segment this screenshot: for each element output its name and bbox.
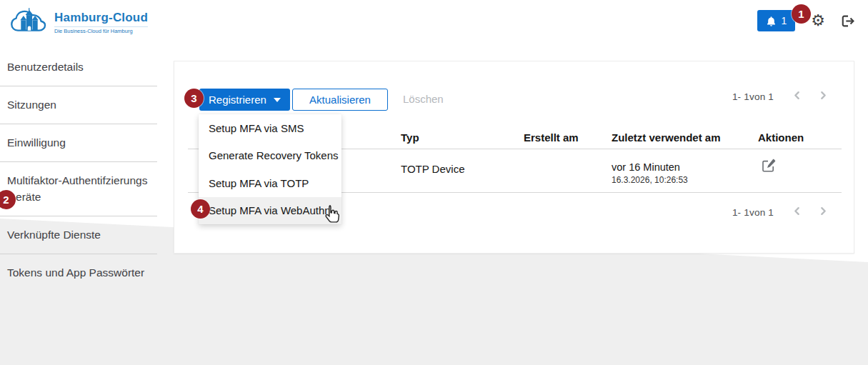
chevron-right-icon [819,91,828,100]
register-button-label: Registrieren [209,94,266,106]
chevron-down-icon [274,98,281,102]
menu-item-generate-recovery-tokens[interactable]: Generate Recovery Tokens [199,142,341,170]
hamburg-cloud-logo-icon [10,6,49,38]
edit-device-button[interactable] [762,159,776,175]
chevron-right-icon [819,206,828,216]
annotation-step-3: 3 [184,89,204,108]
last-used-relative: vor 16 Minuten [612,161,688,173]
column-header-erstellt-am: Erstellt am [524,131,579,144]
account-console-page: Hamburg-Cloud Die Business-Cloud für Ham… [0,0,868,365]
table-row-last-used: vor 16 Minuten 16.3.2026, 10:26:53 [612,161,688,185]
sidebar-item-tokens-app-passwoerter[interactable]: Tokens und App Passwörter [0,254,157,291]
pagination-top: 1- 1von 1 [732,88,834,105]
cursor-pointer-icon [323,204,341,225]
pagination-next-button[interactable] [813,88,834,105]
logout-icon[interactable] [841,15,855,27]
notifications-button[interactable]: 1 [757,10,795,31]
bell-icon [766,16,777,26]
sidebar-nav: Benutzerdetails Sitzungen Einwilligung M… [0,49,157,291]
pagination-prev-button[interactable] [787,88,807,105]
pagination-prev-button[interactable] [787,204,807,221]
chevron-left-icon [792,91,802,100]
delete-button[interactable]: Löschen [403,93,444,105]
pagination-range-label: 1- 1von 1 [732,91,774,102]
logo-subtitle: Die Business-Cloud für Hamburg [54,26,148,34]
column-header-typ: Typ [401,131,419,144]
app-header: Hamburg-Cloud Die Business-Cloud für Ham… [0,0,868,46]
column-header-aktionen: Aktionen [758,131,804,144]
notification-count: 1 [781,15,787,26]
register-dropdown-menu: Setup MFA via SMS Generate Recovery Toke… [199,114,341,224]
sidebar-item-verknuepfte-dienste[interactable]: Verknüpfte Dienste [0,216,157,254]
logo-text: Hamburg-Cloud Die Business-Cloud für Ham… [54,11,148,34]
sidebar-item-sitzungen[interactable]: Sitzungen [0,86,157,124]
register-button[interactable]: Registrieren [199,89,290,111]
annotation-step-4: 4 [191,199,210,219]
logo-title: Hamburg-Cloud [54,11,148,25]
app-logo[interactable]: Hamburg-Cloud Die Business-Cloud für Ham… [10,6,148,38]
refresh-button[interactable]: Aktualisieren [292,89,388,111]
settings-gear-icon[interactable]: ⚙ [811,14,825,28]
pagination-next-button[interactable] [813,204,834,221]
sidebar-item-benutzerdetails[interactable]: Benutzerdetails [0,49,157,86]
last-used-absolute: 16.3.2026, 10:26:53 [612,175,688,185]
table-row-device-type: TOTP Device [401,163,464,175]
chevron-left-icon [792,206,802,216]
column-header-zuletzt-verwendet-am: Zuletzt verwendet am [612,131,721,144]
menu-item-setup-mfa-sms[interactable]: Setup MFA via SMS [199,114,341,142]
menu-item-setup-mfa-totp[interactable]: Setup MFA via TOTP [199,169,341,197]
pagination-range-label: 1- 1von 1 [732,207,774,218]
edit-pencil-icon [762,159,776,173]
pagination-bottom: 1- 1von 1 [732,204,834,221]
menu-item-setup-mfa-webauthn[interactable]: Setup MFA via WebAuthn [199,197,341,225]
sidebar-item-einwilligung[interactable]: Einwilligung [0,124,157,162]
annotation-step-1: 1 [792,4,811,24]
sidebar-item-mfa-geraete[interactable]: Multifaktor-Authentifzierungs Geräte [0,162,157,216]
